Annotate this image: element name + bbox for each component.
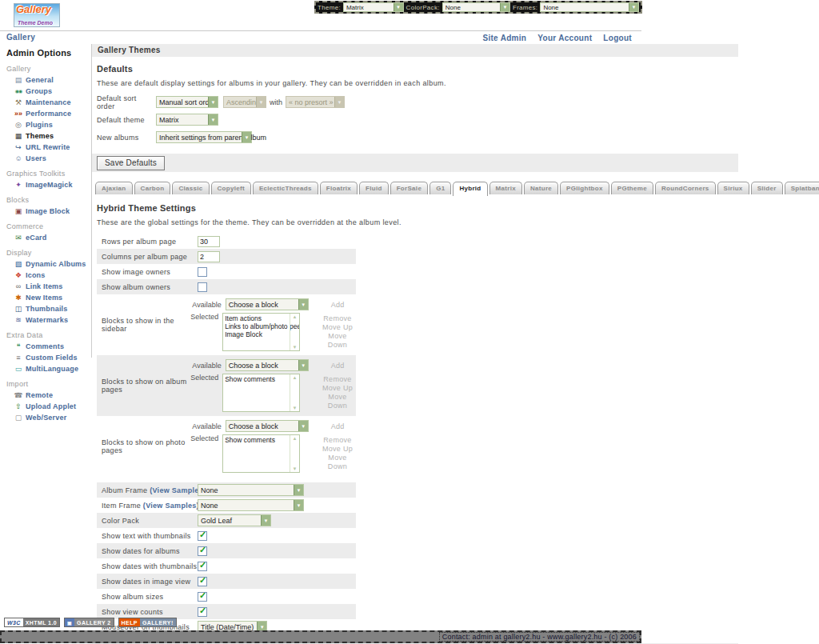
sidebar-item-ecard[interactable]: eCard	[0, 232, 91, 242]
tab-slider[interactable]: Slider	[751, 182, 783, 194]
show-view-counts-checkbox[interactable]	[198, 607, 207, 617]
site-admin-link[interactable]: Site Admin	[482, 34, 526, 42]
blocks-photo-available-select[interactable]: Choose a block	[226, 420, 309, 432]
tab-g1[interactable]: G1	[429, 182, 451, 194]
field-label: Columns per album page	[97, 253, 198, 261]
sidebar-item-users[interactable]: Users	[0, 153, 91, 163]
sort-order-select[interactable]: Manual sort order	[156, 96, 218, 108]
sidebar-item-web-server[interactable]: Web/Server	[0, 412, 91, 422]
sidebar-item-remote[interactable]: Remote	[0, 390, 91, 400]
sidebar-item-icons[interactable]: Icons	[0, 270, 91, 280]
blocks-album-remove-link[interactable]: Remove	[319, 375, 356, 384]
sidebar-item-multilanguage[interactable]: MultiLanguage	[0, 363, 91, 374]
sidebar-item-custom-fields[interactable]: Custom Fields	[0, 352, 91, 362]
sidebar-item-plugins[interactable]: Plugins	[0, 119, 91, 130]
list-scrollbar[interactable]: ▲▼	[290, 314, 299, 350]
blocks-sidebar-selected-list[interactable]: Item actions Links to album/photo peers …	[222, 313, 300, 351]
default-theme-select[interactable]: Matrix	[156, 114, 218, 126]
save-defaults-button[interactable]: Save Defaults	[97, 156, 165, 170]
tab-eclecticthreads[interactable]: EclecticThreads	[253, 182, 318, 194]
sidebar-item-imagemagick[interactable]: ImageMagick	[0, 179, 91, 190]
rows-per-page-input[interactable]	[198, 236, 220, 247]
sidebar-item-image-block[interactable]: Image Block	[0, 206, 91, 216]
tab-nature[interactable]: Nature	[524, 182, 558, 194]
columns-per-page-input[interactable]	[198, 251, 220, 262]
blocks-album-move-down-link[interactable]: Move Down	[319, 393, 356, 410]
tab-roundcorners[interactable]: RoundCorners	[655, 182, 716, 194]
tab-classic[interactable]: Classic	[172, 182, 209, 194]
blocks-sidebar-move-up-link[interactable]: Move Up	[319, 323, 356, 332]
tab-splatbang[interactable]: Splatbang	[785, 182, 819, 194]
color-pack-select[interactable]: Gold Leaf	[198, 514, 271, 526]
show-image-owners-checkbox[interactable]	[198, 267, 207, 277]
blocks-sidebar-move-down-link[interactable]: Move Down	[319, 332, 356, 350]
sidebar-item-themes[interactable]: Themes	[0, 130, 91, 141]
new-albums-select[interactable]: Inherit settings from parent album	[156, 131, 252, 143]
blocks-photo-move-up-link[interactable]: Move Up	[319, 445, 356, 454]
show-dates-albums-checkbox[interactable]	[198, 546, 207, 556]
list-item[interactable]: Links to album/photo peers	[225, 322, 288, 330]
sidebar-item-url-rewrite[interactable]: URL Rewrite	[0, 142, 91, 152]
tab-pgtheme[interactable]: PGtheme	[611, 182, 653, 194]
sidebar-item-groups[interactable]: Groups	[0, 86, 91, 96]
help-gallery-badge[interactable]: HELPGALLERY!	[118, 618, 177, 627]
blocks-sidebar-available-select[interactable]: Choose a block	[226, 298, 309, 310]
tab-siriux[interactable]: Siriux	[717, 182, 749, 194]
logout-link[interactable]: Logout	[603, 34, 632, 42]
blocks-photo-selected-list[interactable]: Show comments ▲▼	[222, 434, 300, 473]
blocks-sidebar-remove-link[interactable]: Remove	[319, 314, 356, 323]
sidebar-item-watermarks[interactable]: Watermarks	[0, 314, 91, 325]
tab-hybrid[interactable]: Hybrid	[453, 182, 487, 196]
tab-fluid[interactable]: Fluid	[359, 182, 389, 194]
list-scrollbar[interactable]: ▲▼	[290, 435, 299, 472]
theme-settings-description: These are the global settings for the th…	[97, 218, 819, 226]
list-item[interactable]: Show comments	[225, 436, 288, 444]
tab-matrix[interactable]: Matrix	[489, 182, 522, 194]
your-account-link[interactable]: Your Account	[537, 34, 592, 42]
tab-ajaxian[interactable]: Ajaxian	[95, 182, 133, 194]
frames-select[interactable]: None	[540, 2, 639, 12]
list-scrollbar[interactable]: ▲▼	[290, 374, 299, 411]
blocks-photo-move-down-link[interactable]: Move Down	[319, 454, 356, 471]
tab-forsale[interactable]: ForSale	[390, 182, 428, 194]
tab-pglightbox[interactable]: PGlightbox	[560, 182, 609, 194]
blocks-album-selected-list[interactable]: Show comments ▲▼	[222, 374, 300, 412]
theme-select[interactable]: Matrix	[343, 2, 404, 12]
blocks-album-add-link[interactable]: Add	[331, 362, 345, 370]
list-item[interactable]: Item actions	[225, 314, 288, 322]
gallery-logo[interactable]: Gallery Theme Demo	[14, 3, 60, 27]
sidebar-item-dynamic-albums[interactable]: Dynamic Albums	[0, 258, 91, 269]
tab-floatrix[interactable]: Floatrix	[320, 182, 358, 194]
album-frame-select[interactable]: None	[198, 484, 304, 496]
item-frame-view-samples-link[interactable]: (View Samples)	[143, 502, 199, 510]
blocks-photo-row: Blocks to show on photo pages Available …	[97, 416, 356, 477]
show-text-thumbnails-checkbox[interactable]	[198, 531, 207, 541]
show-dates-thumbnails-checkbox[interactable]	[198, 562, 207, 571]
sidebar-item-comments[interactable]: Comments	[0, 341, 91, 351]
gallery2-badge[interactable]: ▣GALLERY 2	[64, 618, 114, 627]
blocks-album-available-select[interactable]: Choose a block	[226, 359, 309, 371]
sidebar-item-upload-applet[interactable]: Upload Applet	[0, 401, 91, 411]
sidebar-item-new-items[interactable]: New Items	[0, 292, 91, 302]
show-dates-image-view-checkbox[interactable]	[198, 577, 207, 586]
blocks-sidebar-add-link[interactable]: Add	[331, 301, 345, 309]
show-album-sizes-checkbox[interactable]	[198, 592, 207, 602]
field-label: Show text with thumbnails	[97, 532, 198, 540]
sidebar-item-general[interactable]: General	[0, 74, 91, 85]
blocks-photo-remove-link[interactable]: Remove	[319, 436, 356, 445]
item-frame-select[interactable]: None	[198, 499, 304, 511]
tab-copyleft[interactable]: Copyleft	[211, 182, 251, 194]
breadcrumb[interactable]: Gallery	[6, 33, 35, 42]
sidebar-item-thumbnails[interactable]: Thumbnails	[0, 303, 91, 314]
show-album-owners-checkbox[interactable]	[198, 282, 207, 292]
tab-carbon[interactable]: Carbon	[134, 182, 171, 194]
sidebar-item-maintenance[interactable]: Maintenance	[0, 97, 91, 107]
w3c-xhtml-badge[interactable]: W3CXHTML 1.0	[4, 618, 60, 627]
list-item[interactable]: Show comments	[225, 375, 288, 383]
sidebar-item-link-items[interactable]: Link Items	[0, 281, 91, 291]
colorpack-select[interactable]: None	[442, 2, 510, 12]
list-item[interactable]: Image Block	[225, 330, 288, 338]
blocks-album-move-up-link[interactable]: Move Up	[319, 384, 356, 393]
sidebar-item-performance[interactable]: Performance	[0, 108, 91, 118]
blocks-photo-add-link[interactable]: Add	[331, 422, 345, 430]
